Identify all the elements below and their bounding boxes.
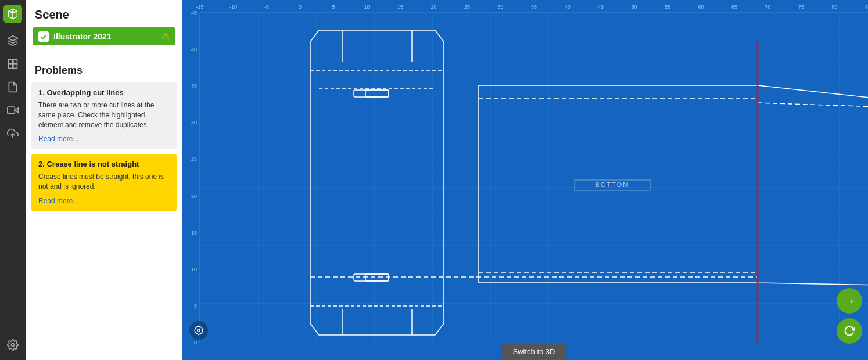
file-warning-icon: ⚠ [162,31,170,42]
file-check-icon [38,31,49,42]
svg-point-36 [198,329,200,332]
svg-rect-5 [8,107,15,114]
sidebar-item-settings[interactable] [2,334,23,355]
ruler-left-mark: 5 [194,303,197,309]
sidebar-item-document[interactable] [2,77,23,98]
svg-rect-0 [9,60,13,64]
ruler-top-mark: 85 [865,4,868,10]
problem-2-link[interactable]: Read more... [38,197,78,205]
reset-view-button[interactable] [189,321,208,340]
ruler-top: -15-10-505101520253035404550556065707580… [200,0,868,13]
svg-rect-9 [200,13,868,343]
ruler-top-mark: -15 [196,4,203,10]
problem-item-1: 1. Overlapping cut lines There are two o… [31,82,177,149]
ruler-top-mark: 20 [431,4,436,10]
ruler-top-mark: 45 [598,4,604,10]
ruler-left-mark: 0 [194,340,197,345]
ruler-top-mark: 55 [665,4,670,10]
ruler-left-mark: 20 [191,193,197,199]
svg-rect-1 [13,60,17,64]
sidebar-item-upload[interactable] [2,123,23,144]
ruler-top-mark: 30 [497,4,503,10]
app-logo[interactable] [3,5,22,23]
svg-point-35 [195,326,203,334]
ruler-top-mark: 60 [698,4,704,10]
ruler-top-mark: 50 [631,4,637,10]
ruler-top-mark: 10 [364,4,370,10]
ruler-top-mark: 15 [397,4,403,10]
ruler-top-mark: 25 [464,4,470,10]
canvas-area: -15-10-505101520253035404550556065707580… [182,0,868,360]
ruler-left-mark: 40 [191,46,197,52]
problem-2-desc: Crease lines must be straight, this one … [38,172,170,192]
svg-rect-2 [9,64,13,69]
problem-item-2: 2. Crease line is not straight Crease li… [31,154,177,211]
ruler-top-mark: 0 [299,4,302,10]
ruler-top-mark: -5 [264,4,269,10]
ruler-top-mark: 75 [798,4,804,10]
problem-1-title: 1. Overlapping cut lines [38,88,170,97]
sidebar [0,0,26,360]
ruler-top-inner: -15-10-505101520253035404550556065707580… [200,0,868,11]
ruler-top-mark: 80 [831,4,837,10]
svg-text:BOTTOM: BOTTOM [596,181,630,188]
ruler-left-mark: 10 [191,267,197,272]
problem-1-desc: There are two or more cut lines at the s… [38,100,170,129]
svg-marker-4 [15,108,18,113]
ruler-top-mark: -10 [229,4,237,10]
ruler-top-mark: 70 [765,4,770,10]
ruler-top-mark: 65 [731,4,737,10]
ruler-top-mark: 35 [531,4,537,10]
grid-canvas[interactable]: BOTTOM [200,13,868,343]
svg-point-7 [12,344,15,347]
divider [26,55,182,55]
sidebar-item-shapes[interactable] [2,53,23,74]
file-name: Illustrator 2021 [53,32,157,41]
problem-1-link[interactable]: Read more... [38,135,78,143]
ruler-left-mark: 30 [191,120,197,125]
ruler-left-mark: 45 [191,10,197,16]
switch-3d-button[interactable]: Switch to 3D [501,344,567,359]
ruler-left-mark: 15 [191,230,197,236]
panel-title: Scene [26,0,182,27]
problems-title: Problems [26,57,182,82]
ruler-top-mark: 40 [564,4,570,10]
scene-file-item[interactable]: Illustrator 2021 ⚠ [33,27,175,45]
svg-rect-3 [13,64,17,69]
bottom-bar: Switch to 3D [200,343,868,360]
ruler-left-inner: 454035302520151050 [182,13,199,343]
problem-2-title: 2. Crease line is not straight [38,160,170,168]
nav-next-button[interactable]: → [837,288,862,314]
side-panel: Scene Illustrator 2021 ⚠ Problems 1. Ove… [26,0,182,360]
ruler-left-mark: 35 [191,83,197,89]
ruler-top-mark: 5 [332,4,335,10]
sidebar-item-video[interactable] [2,100,23,121]
sidebar-item-layers[interactable] [2,30,23,51]
ruler-left-mark: 25 [191,156,197,162]
nav-refresh-button[interactable] [837,318,862,344]
ruler-left: 454035302520151050 [182,13,200,343]
